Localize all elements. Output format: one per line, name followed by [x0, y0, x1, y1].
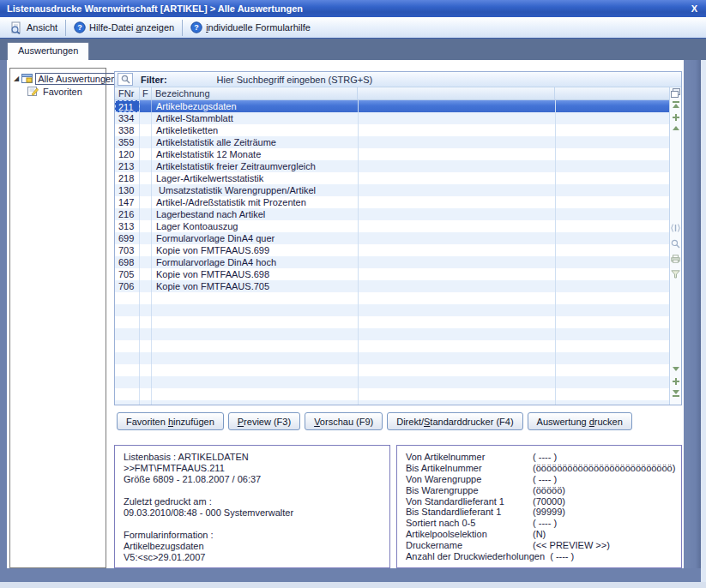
scroll-page-down-icon[interactable] [670, 378, 681, 385]
row-f [140, 244, 152, 256]
parameter-label: Anzahl der Druckwiederholungen [406, 551, 545, 562]
info-line: Größe 6809 - 21.08.2007 / 06:37 [124, 474, 381, 485]
tree-item-favoriten[interactable]: Favoriten [10, 85, 106, 98]
row-bezeichnung: Lagerbestand nach Artikel [152, 208, 669, 220]
parameter-value: ( ---- ) [533, 474, 557, 485]
parameter-value: (ööööö) [533, 485, 565, 496]
scroll-to-bottom-icon[interactable] [670, 390, 681, 397]
parameter-row: Bis Warengruppe(ööööö) [406, 485, 673, 496]
parameter-label: Druckername [406, 540, 533, 551]
info-line: V5:<sc>29.01.2007 [124, 552, 381, 563]
print-icon[interactable] [670, 255, 681, 263]
table-row[interactable]: 334Artikel-Stammblatt [115, 112, 669, 124]
row-f [140, 148, 152, 160]
table-row[interactable]: 147Artikel-/Adreßstatistik mit Prozenten [115, 196, 669, 208]
table-row[interactable]: 211Artikelbezugsdaten [115, 100, 669, 112]
column-header-bezeichnung[interactable]: Bezeichnung [152, 87, 358, 99]
parameter-label: Bis Warengruppe [406, 485, 533, 496]
row-fnr: 213 [115, 160, 140, 172]
parameter-row: Anzahl der Druckwiederholungen ( ---- ) [406, 551, 673, 562]
row-bezeichnung: Artikel-Stammblatt [152, 112, 669, 124]
scroll-to-top-icon[interactable] [670, 101, 681, 108]
search-icon[interactable] [670, 239, 681, 249]
row-fnr: 313 [115, 220, 140, 232]
action-button[interactable]: Preview (F3) [228, 412, 300, 430]
row-f [140, 160, 152, 172]
scroll-down-icon[interactable] [670, 367, 681, 371]
parameter-row: Von Warengruppe( ---- ) [406, 474, 673, 485]
report-list-panel: Filter: Hier Suchbegriff eingeben (STRG+… [114, 71, 682, 405]
filter-funnel-icon[interactable] [670, 270, 681, 279]
column-header-empty[interactable] [555, 87, 669, 99]
parameter-row: Bis Artikelnummer(öööööööööööööööööööööö… [406, 463, 673, 474]
table-body: 211Artikelbezugsdaten334Artikel-Stammbla… [115, 100, 669, 405]
table-row[interactable]: 313Lager Kontoauszug [115, 220, 669, 232]
window-frame-right [684, 60, 701, 582]
table-row[interactable]: 359Artikelstatistik alle Zeiträume [115, 136, 669, 148]
table-row[interactable]: 120Artikelstatistik 12 Monate [115, 148, 669, 160]
info-line: Zuletzt gedruckt am : [124, 496, 381, 507]
parameter-value: ( ---- ) [533, 518, 557, 529]
table-row[interactable]: 699Formularvorlage DinA4 quer [115, 232, 669, 244]
row-bezeichnung: Artikelbezugsdaten [152, 100, 669, 112]
row-f [140, 268, 152, 280]
parameter-row: Sortiert nach 0-5( ---- ) [406, 518, 673, 529]
tree-item-label: Alle Auswertungen [35, 73, 118, 85]
tree-expander-icon[interactable]: ◢ [14, 75, 19, 82]
row-fnr: 703 [115, 244, 140, 256]
table-row[interactable]: 216Lagerbestand nach Artikel [115, 208, 669, 220]
table-row[interactable]: 218Lager-Artikelwertsstatistik [115, 172, 669, 184]
titlebar: Listenausdrucke Warenwirtschaft [ARTIKEL… [0, 0, 706, 17]
scroll-page-up-icon[interactable] [670, 114, 681, 121]
action-button[interactable]: Auswertung drucken [528, 412, 632, 430]
window-edge-right [701, 60, 706, 588]
filter-bar[interactable]: Filter: Hier Suchbegriff eingeben (STRG+… [115, 72, 681, 87]
parameter-label: Bis Standardlieferant 1 [406, 507, 533, 518]
action-button[interactable]: Vorschau (F9) [305, 412, 383, 430]
column-divider [358, 100, 359, 405]
table-scrollbar[interactable] [669, 87, 681, 405]
parameter-row: Druckername(<< PREVIEW >>) [406, 540, 673, 551]
reports-folder-icon [21, 74, 33, 83]
table-row[interactable]: 338Artikeletiketten [115, 124, 669, 136]
tree-item-alle-auswertungen[interactable]: ◢ Alle Auswertungen [10, 72, 106, 85]
individuelle-formularhilfe-button[interactable]: ? individuelle Formularhilfe [184, 20, 317, 36]
row-fnr: 147 [115, 196, 140, 208]
filter-input[interactable]: Hier Suchbegriff eingeben (STRG+S) [217, 75, 373, 85]
ansicht-button[interactable]: Ansicht [3, 20, 63, 36]
parameter-row: Artikelpoolselektion(N) [406, 529, 673, 540]
row-bezeichnung: Formularvorlage DinA4 hoch [152, 256, 669, 268]
column-header-fnr[interactable]: FNr [115, 87, 140, 99]
columns-icon[interactable] [670, 224, 681, 232]
tabstrip: Auswertungen [0, 39, 706, 60]
action-button[interactable]: Direkt/Standarddrucker (F4) [387, 412, 522, 430]
table-row[interactable]: 130 Umsatzstatistik Warengruppen/Artikel [115, 184, 669, 196]
column-divider [139, 100, 140, 405]
table-row[interactable]: 698Formularvorlage DinA4 hoch [115, 256, 669, 268]
window-edge-bottom [0, 582, 706, 588]
hilfe-datei-button[interactable]: ? Hilfe-Datei anzeigen [68, 20, 180, 36]
table-row[interactable]: 703Kopie von FMTFAAUS.699 [115, 244, 669, 256]
row-bezeichnung: Artikel-/Adreßstatistik mit Prozenten [152, 196, 669, 208]
help-circle-icon: ? [74, 21, 86, 33]
row-bezeichnung: Kopie von FMTFAAUS.699 [152, 244, 669, 256]
column-header-empty[interactable] [358, 87, 555, 99]
column-header-f[interactable]: F [140, 87, 152, 99]
tab-auswertungen[interactable]: Auswertungen [7, 42, 89, 60]
info-line [124, 485, 381, 496]
parameter-label: Bis Artikelnummer [406, 463, 533, 474]
row-bezeichnung: Artikelstatistik freier Zeitraumvergleic… [152, 160, 669, 172]
parameter-row: Bis Standardlieferant 1(99999) [406, 507, 673, 518]
info-line [124, 519, 381, 530]
table-row[interactable]: 705Kopie von FMTFAAUS.698 [115, 268, 669, 280]
table-row[interactable]: 706Kopie von FMTFAAUS.705 [115, 280, 669, 292]
column-options-icon[interactable] [670, 88, 681, 98]
row-bezeichnung: Umsatzstatistik Warengruppen/Artikel [152, 184, 669, 196]
close-button[interactable]: X [691, 0, 697, 17]
scroll-up-icon[interactable] [670, 126, 681, 130]
row-fnr: 698 [115, 256, 140, 268]
table-row[interactable]: 213Artikelstatistik freier Zeitraumvergl… [115, 160, 669, 172]
help-circle-icon: ? [190, 21, 202, 33]
action-button[interactable]: Favoriten hinzufügen [117, 412, 224, 430]
row-fnr: 218 [115, 172, 140, 184]
